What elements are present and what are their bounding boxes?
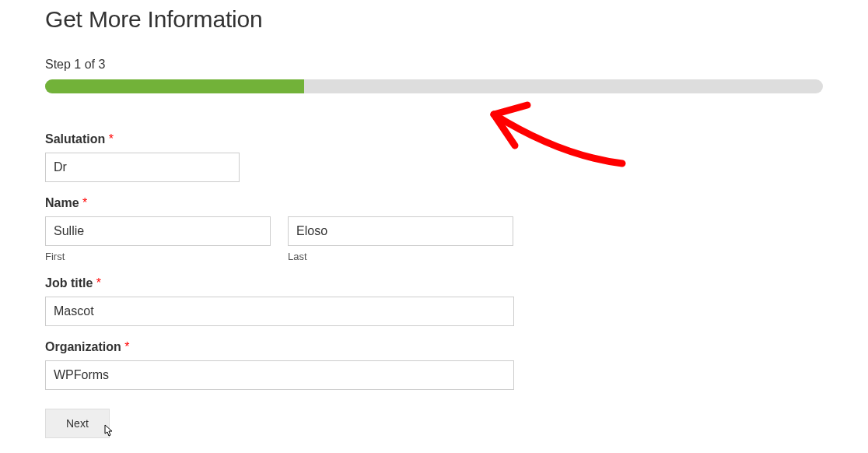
first-name-sublabel: First — [45, 251, 271, 262]
salutation-label: Salutation * — [45, 132, 823, 146]
field-name: Name * First Last — [45, 196, 823, 262]
field-jobtitle: Job title * — [45, 276, 823, 326]
last-name-input[interactable] — [288, 216, 513, 246]
name-label-text: Name — [45, 196, 79, 209]
salutation-label-text: Salutation — [45, 132, 105, 146]
field-organization: Organization * — [45, 340, 823, 390]
required-marker: * — [82, 196, 87, 209]
page-title: Get More Information — [45, 6, 823, 33]
required-marker: * — [124, 340, 129, 353]
progress-fill — [45, 79, 304, 93]
required-marker: * — [96, 276, 101, 290]
jobtitle-label-text: Job title — [45, 276, 93, 290]
salutation-input[interactable] — [45, 153, 240, 182]
next-button[interactable]: Next — [45, 409, 110, 438]
organization-label-text: Organization — [45, 340, 121, 353]
field-salutation: Salutation * — [45, 132, 823, 182]
required-marker: * — [109, 132, 114, 146]
step-indicator: Step 1 of 3 — [45, 58, 823, 72]
jobtitle-input[interactable] — [45, 297, 514, 326]
name-label: Name * — [45, 196, 823, 210]
organization-input[interactable] — [45, 360, 514, 390]
first-name-input[interactable] — [45, 216, 271, 246]
progress-bar — [45, 79, 823, 93]
jobtitle-label: Job title * — [45, 276, 823, 290]
last-name-sublabel: Last — [288, 251, 513, 262]
organization-label: Organization * — [45, 340, 823, 354]
